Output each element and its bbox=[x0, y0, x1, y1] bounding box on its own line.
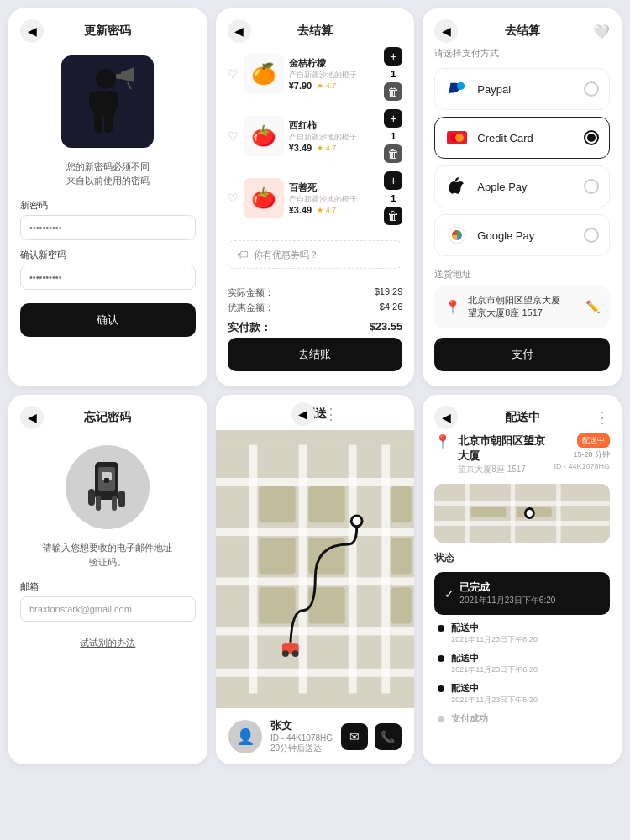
heart-icon[interactable]: ♡ bbox=[228, 67, 239, 81]
forgot-password-card: ◀ 忘记密码 请输入您想要收的电子邮件地址 验证码。 邮箱 试试别的办 bbox=[8, 395, 207, 764]
product-rating: ★ 4.7 bbox=[317, 81, 336, 90]
more-icon[interactable]: ⋮ bbox=[595, 408, 610, 427]
discount-row: 优惠金额： $4.26 bbox=[228, 302, 403, 314]
back-button[interactable]: ◀ bbox=[434, 19, 458, 43]
map-svg bbox=[216, 430, 415, 708]
edit-icon[interactable]: ✏️ bbox=[585, 300, 600, 313]
checkout-card: ◀ 去结算 ♡ 🍊 金桔柠檬 产自新疆沙地的橙子 ¥7.90 ★ 4.7 + 1 bbox=[216, 8, 415, 386]
figure-icon bbox=[74, 64, 141, 139]
google-pay-radio[interactable] bbox=[584, 228, 599, 243]
product-sub: 产自新疆沙地的橙子 bbox=[289, 70, 380, 81]
svg-rect-35 bbox=[308, 538, 344, 574]
svg-rect-46 bbox=[288, 642, 291, 647]
coupon-row[interactable]: 🏷 你有优惠券吗？ bbox=[228, 240, 403, 269]
radio-selected bbox=[587, 134, 596, 142]
address-text: 北京市朝阳区望京大厦 望京大厦8座 1517 bbox=[468, 294, 579, 320]
svg-rect-30 bbox=[348, 445, 356, 694]
confirm-password-label: 确认新密码 bbox=[20, 249, 196, 261]
product-item: ♡ 🍅 西红柿 产自新疆沙地的橙子 ¥3.49 ★ 4.7 + 1 🗑 bbox=[228, 109, 403, 163]
google-pay-option[interactable]: Google Pay bbox=[434, 214, 610, 256]
qty-decrease[interactable]: 🗑 bbox=[384, 144, 402, 163]
email-input[interactable] bbox=[20, 596, 196, 622]
card-header: ◀ 更新密码 bbox=[20, 24, 196, 39]
svg-rect-38 bbox=[391, 486, 412, 522]
product-name: 金桔柠檬 bbox=[289, 57, 380, 70]
status-done-label: 已完成 bbox=[459, 580, 555, 595]
call-button[interactable]: 📞 bbox=[375, 723, 402, 750]
back-button[interactable]: ◀ bbox=[228, 19, 251, 43]
paypal-radio[interactable] bbox=[584, 81, 599, 97]
heart-icon[interactable]: ♡ bbox=[228, 192, 239, 205]
product-name: 西红柿 bbox=[289, 119, 380, 132]
card-title: 去结算 bbox=[297, 24, 333, 39]
status-label: 配送中 bbox=[451, 622, 538, 634]
driver-id: ID - 44K1078HG bbox=[270, 733, 333, 743]
status-dot bbox=[438, 716, 444, 722]
svg-point-44 bbox=[282, 650, 289, 657]
svg-point-0 bbox=[96, 69, 116, 89]
card-header: ◀ 忘记密码 bbox=[20, 410, 196, 425]
back-button[interactable]: ◀ bbox=[291, 402, 315, 426]
delivery-label: 送货地址 bbox=[434, 268, 610, 281]
alt-link[interactable]: 试试别的办法 bbox=[80, 637, 135, 649]
status-dot bbox=[438, 655, 444, 662]
svg-rect-32 bbox=[259, 486, 295, 522]
svg-rect-51 bbox=[511, 484, 515, 543]
qty-decrease[interactable]: 🗑 bbox=[384, 82, 402, 101]
status-item: 配送中 2021年11月23日下午6:20 bbox=[434, 622, 610, 645]
product-info: 金桔柠檬 产自新疆沙地的橙子 ¥7.90 ★ 4.7 bbox=[289, 57, 380, 91]
product-name: 百善死 bbox=[289, 181, 380, 194]
payment-card: ◀ 去结算 🤍 请选择支付方式 Paypal Credit Card bbox=[423, 8, 622, 386]
email-label: 邮箱 bbox=[20, 580, 196, 593]
card-title: 去结算 bbox=[505, 24, 540, 39]
product-list: ♡ 🍊 金桔柠檬 产自新疆沙地的橙子 ¥7.90 ★ 4.7 + 1 🗑 bbox=[228, 47, 403, 234]
qty-increase[interactable]: + bbox=[384, 109, 402, 128]
qty-decrease[interactable]: 🗑 bbox=[384, 207, 402, 225]
svg-rect-29 bbox=[298, 445, 307, 694]
mini-map-svg bbox=[434, 484, 610, 543]
eta-label: 15-20 分钟 bbox=[573, 449, 610, 460]
status-dot bbox=[438, 685, 444, 692]
svg-rect-39 bbox=[391, 538, 412, 574]
svg-rect-20 bbox=[112, 496, 117, 511]
paypal-option[interactable]: Paypal bbox=[434, 68, 610, 110]
back-button[interactable]: ◀ bbox=[434, 406, 458, 429]
confirm-button[interactable]: 确认 bbox=[20, 303, 196, 337]
credit-card-radio[interactable] bbox=[584, 130, 599, 145]
driver-actions: ✉ 📞 bbox=[341, 723, 402, 750]
product-image: 🍊 bbox=[244, 54, 284, 94]
update-desc: 您的新密码必须不同 来自以前使用的密码 bbox=[66, 160, 150, 187]
credit-card-option[interactable]: Credit Card bbox=[434, 117, 610, 159]
svg-rect-7 bbox=[116, 74, 123, 79]
svg-point-56 bbox=[527, 510, 533, 517]
heart-icon[interactable]: ♡ bbox=[228, 129, 239, 143]
product-rating: ★ 4.7 bbox=[317, 206, 336, 214]
status-label: 支付成功 bbox=[451, 712, 488, 725]
product-info: 百善死 产自新疆沙地的橙子 ¥3.49 ★ 4.7 bbox=[289, 181, 380, 215]
status-done-time: 2021年11月23日下午6:20 bbox=[459, 595, 555, 606]
email-group: 邮箱 bbox=[20, 580, 196, 622]
svg-point-9 bbox=[457, 82, 465, 90]
apple-pay-radio[interactable] bbox=[584, 179, 599, 194]
pay-button[interactable]: 支付 bbox=[434, 338, 610, 371]
back-button[interactable]: ◀ bbox=[20, 406, 44, 429]
apple-pay-option[interactable]: Apple Pay bbox=[434, 165, 610, 207]
qty-increase[interactable]: + bbox=[384, 171, 402, 190]
illustration bbox=[61, 55, 154, 148]
card-header: ◀ 去结算 bbox=[228, 24, 403, 39]
status-time: 2021年11月23日下午6:20 bbox=[451, 634, 538, 645]
product-price: ¥3.49 bbox=[289, 205, 312, 215]
confirm-password-input[interactable] bbox=[20, 265, 196, 290]
new-password-input[interactable] bbox=[20, 215, 196, 240]
address-line1: 北京市朝阳区望京大厦 bbox=[468, 294, 579, 307]
map-header: ◀ 配送 ⋮ bbox=[291, 395, 339, 430]
coupon-text: 你有优惠券吗？ bbox=[254, 249, 318, 261]
checkout-button[interactable]: 去结账 bbox=[228, 338, 403, 371]
svg-rect-48 bbox=[434, 501, 610, 506]
credit-card-logo bbox=[445, 126, 469, 150]
more-icon[interactable]: ⋮ bbox=[323, 405, 339, 423]
message-button[interactable]: ✉ bbox=[341, 723, 368, 750]
qty-increase[interactable]: + bbox=[384, 47, 402, 66]
discount-label: 优惠金额： bbox=[228, 302, 274, 314]
back-button[interactable]: ◀ bbox=[20, 19, 44, 43]
